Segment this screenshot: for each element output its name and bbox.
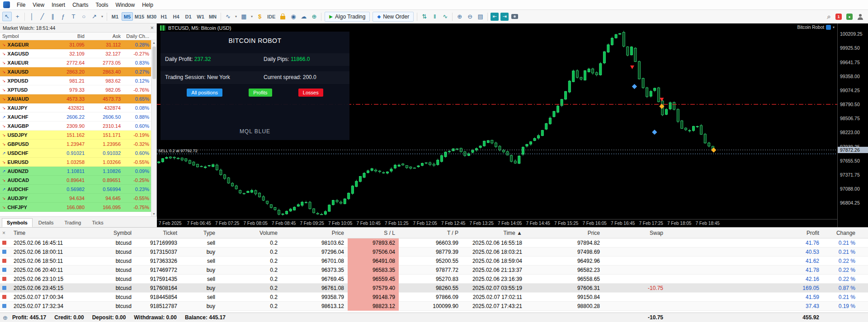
timeframe-d1[interactable]: D1 bbox=[183, 12, 194, 21]
zoom-out-icon[interactable]: ⊖ bbox=[465, 12, 475, 21]
market-watch-row-usdchf[interactable]: ↗USDCHF0.910210.910320.60% bbox=[0, 149, 151, 158]
history-row-917469772[interactable]: 2025.02.06 20:40:11btcusd917469772buy0.2… bbox=[0, 266, 868, 275]
tick-chart-icon[interactable]: ∿ bbox=[440, 12, 450, 21]
market-watch-row-xagusd[interactable]: ↘XAGUSD32.10932.127-0.27% bbox=[0, 49, 151, 58]
timeframe-mn[interactable]: MN bbox=[207, 12, 218, 21]
market-watch-row-xauaud[interactable]: ↘XAUAUD4573.334573.730.65% bbox=[0, 94, 151, 103]
grid-icon[interactable]: ▤ bbox=[476, 12, 485, 21]
chevron-down-icon[interactable]: ▾ bbox=[100, 12, 104, 21]
crosshair-tool-icon[interactable]: + bbox=[13, 12, 22, 21]
notification-badge[interactable]: 1 bbox=[835, 14, 842, 20]
timeframe-m5[interactable]: M5 bbox=[122, 12, 133, 21]
timeframe-h1[interactable]: H1 bbox=[158, 12, 170, 21]
scrollbar-thumb[interactable] bbox=[152, 47, 156, 79]
text-tool-icon[interactable]: T bbox=[69, 12, 78, 21]
history-column-time[interactable]: Time bbox=[10, 230, 89, 236]
market-watch-row-audjpy[interactable]: ↘AUDJPY94.63494.645-0.55% bbox=[0, 194, 151, 203]
market-watch-scrollbar[interactable]: ▲ ▼ bbox=[151, 40, 156, 216]
history-column-tp[interactable]: T / P bbox=[399, 230, 462, 236]
ide-button[interactable]: IDE bbox=[265, 14, 278, 19]
timeframe-m30[interactable]: M30 bbox=[146, 12, 157, 21]
market-watch-row-xaujpy[interactable]: ↘XAUJPY4328214328740.08% bbox=[0, 103, 151, 112]
market-watch-row-xptusd[interactable]: ↘XPTUSD979.33982.05-0.76% bbox=[0, 85, 151, 94]
history-column-price[interactable]: Price bbox=[526, 230, 604, 236]
cursor-tool-icon[interactable]: ↖ bbox=[2, 12, 12, 21]
history-column-change[interactable]: Change bbox=[823, 230, 859, 236]
connection-icon[interactable]: ● bbox=[846, 14, 853, 20]
history-column-symbol[interactable]: Symbol bbox=[89, 230, 135, 236]
tab-ticks[interactable]: Ticks bbox=[87, 218, 108, 227]
history-column-type[interactable]: Type bbox=[181, 230, 219, 236]
timeframe-m1[interactable]: M1 bbox=[109, 12, 121, 21]
dock-left-icon[interactable]: ⇤ bbox=[491, 13, 499, 21]
indicators-icon[interactable]: ∿ bbox=[223, 12, 233, 21]
new-order-button[interactable]: ◆ New Order bbox=[373, 12, 414, 22]
column-ask[interactable]: Ask bbox=[87, 33, 123, 39]
dollar-icon[interactable]: $ bbox=[255, 12, 264, 21]
sort-icon[interactable]: ⇅ bbox=[420, 12, 429, 21]
robot-button-all-positions[interactable]: All positions bbox=[187, 89, 222, 97]
market-watch-row-audcad[interactable]: ↘AUDCAD0.896410.89651-0.25% bbox=[0, 176, 151, 185]
shapes-tool-icon[interactable]: ○ bbox=[79, 12, 89, 21]
history-row-917169993[interactable]: 2025.02.06 16:45:11btcusd917169993sell0.… bbox=[0, 238, 868, 247]
history-column-ticket[interactable]: Ticket bbox=[135, 230, 181, 236]
column-daily-change[interactable]: Daily Ch... bbox=[123, 33, 151, 39]
timeframe-w1[interactable]: W1 bbox=[195, 12, 206, 21]
menu-window[interactable]: Window bbox=[112, 0, 139, 9]
chevron-down-icon[interactable]: ▾ bbox=[234, 12, 238, 21]
history-row-917315037[interactable]: 2025.02.06 18:00:11btcusd917315037buy0.2… bbox=[0, 247, 868, 257]
market-watch-row-usdjpy[interactable]: ↘USDJPY151.162151.171-0.19% bbox=[0, 131, 151, 140]
screenshot-icon[interactable] bbox=[511, 14, 518, 19]
account-icon[interactable] bbox=[857, 14, 863, 20]
vline-tool-icon[interactable]: │ bbox=[27, 12, 37, 21]
menu-help[interactable]: Help bbox=[138, 0, 157, 9]
column-bid[interactable]: Bid bbox=[54, 33, 87, 39]
market-watch-row-xauusd[interactable]: ↘XAUUSD2863.202863.400.27% bbox=[0, 67, 151, 76]
timeframe-h4[interactable]: H4 bbox=[170, 12, 182, 21]
close-icon[interactable]: × bbox=[2, 230, 5, 236]
pause-icon[interactable]: ‖ bbox=[430, 12, 439, 21]
market-watch-row-xaugbp[interactable]: ↘XAUGBP2309.902310.140.60% bbox=[0, 121, 151, 131]
dock-right-icon[interactable]: ⇥ bbox=[500, 13, 509, 21]
scroll-down-icon[interactable]: ▼ bbox=[151, 212, 156, 215]
history-column-swap[interactable]: Swap bbox=[604, 230, 667, 236]
algo-trading-button[interactable]: ▶ Algo Trading bbox=[325, 12, 370, 22]
history-row-918512787[interactable]: 2025.02.07 17:32:34btcusd918512787buy0.2… bbox=[0, 302, 868, 311]
arrows-tool-icon[interactable]: ↗ bbox=[90, 12, 99, 21]
chart-area[interactable]: BTCUSD, M5: Bitcoin (USD) Bitcoin Robot … bbox=[157, 23, 868, 227]
signal-icon[interactable]: ◉ bbox=[288, 12, 298, 21]
history-column-time-close[interactable]: Time ▲ bbox=[462, 230, 526, 236]
market-watch-row-audchf[interactable]: ↗AUDCHF0.569820.569940.23% bbox=[0, 185, 151, 194]
market-watch-row-xauchf[interactable]: ↗XAUCHF2606.222606.500.88% bbox=[0, 112, 151, 121]
timeframe-m15[interactable]: M15 bbox=[134, 12, 145, 21]
market-watch-row-xaueur[interactable]: ↘XAUEUR2772.642773.050.83% bbox=[0, 58, 151, 67]
column-symbol[interactable]: Symbol bbox=[0, 33, 54, 39]
history-row-918445854[interactable]: 2025.02.07 17:00:34btcusd918445854sell0.… bbox=[0, 293, 868, 302]
app-logo-icon[interactable] bbox=[3, 1, 10, 8]
cloud-icon[interactable]: ☁ bbox=[299, 12, 308, 21]
menu-file[interactable]: File bbox=[13, 0, 29, 9]
template-icon[interactable]: ▦ bbox=[239, 12, 249, 21]
search-icon[interactable]: ⌕ bbox=[827, 13, 831, 21]
robot-button-losses[interactable]: Losses bbox=[298, 89, 323, 97]
zoom-in-icon[interactable]: ⊕ bbox=[455, 12, 464, 21]
market-watch-row-gbpusd[interactable]: ↘GBPUSD1.239471.23956-0.32% bbox=[0, 140, 151, 149]
time-axis[interactable]: 7 Feb 20257 Feb 06:457 Feb 07:257 Feb 08… bbox=[157, 219, 837, 227]
history-column-volume[interactable]: Volume bbox=[219, 230, 281, 236]
scroll-up-icon[interactable]: ▲ bbox=[151, 41, 156, 44]
history-row-917363326[interactable]: 2025.02.06 18:50:11btcusd917363326sell0.… bbox=[0, 257, 868, 266]
tab-trading[interactable]: Trading bbox=[59, 218, 86, 227]
market-watch-row-eurusd[interactable]: ↘EURUSD1.032581.03266-0.55% bbox=[0, 158, 151, 167]
history-column-profit[interactable]: Profit bbox=[667, 230, 823, 236]
menu-view[interactable]: View bbox=[29, 0, 48, 9]
community-icon[interactable]: ⊕ bbox=[309, 12, 319, 21]
chevron-down-icon[interactable]: ▾ bbox=[250, 12, 254, 21]
menu-charts[interactable]: Charts bbox=[69, 0, 92, 9]
market-watch-row-xageur[interactable]: ↘XAGEUR31.09531.1120.28% bbox=[0, 40, 151, 49]
market-watch-row-xpdusd[interactable]: ↘XPDUSD981.21983.620.12% bbox=[0, 76, 151, 85]
tab-details[interactable]: Details bbox=[33, 218, 59, 227]
history-row-917591435[interactable]: 2025.02.06 23:10:15btcusd917591435sell0.… bbox=[0, 275, 868, 284]
lock-icon[interactable] bbox=[280, 16, 285, 19]
tab-symbols[interactable]: Symbols bbox=[2, 218, 33, 227]
trendline-tool-icon[interactable]: ╱ bbox=[38, 12, 47, 21]
